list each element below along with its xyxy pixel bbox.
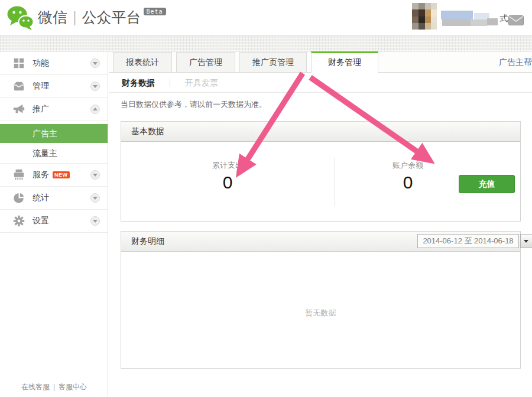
cumulative-spend-label: 累计支出 [121, 160, 334, 171]
subtab-divider [170, 78, 170, 87]
censored-avatar [412, 3, 437, 32]
sidebar-footer: 在线客服|客服中心 [0, 382, 108, 392]
sidebar-item-promotion[interactable]: 推广 [0, 98, 108, 121]
sidebar-item-management[interactable]: 管理 [0, 75, 108, 98]
basic-data-panel: 基本数据 累计支出 0 账户余额 0 充值 [121, 121, 521, 222]
chevron-up-icon[interactable] [90, 105, 100, 114]
finance-detail-panel: 财务明细 2014-06-12 至 2014-06-18 暂无数据 [121, 231, 521, 369]
tab-promo-page-management[interactable]: 推广页管理 [239, 52, 307, 72]
date-range-select[interactable]: 2014-06-12 至 2014-06-18 [417, 234, 519, 248]
basic-data-panel-title: 基本数据 [121, 122, 520, 142]
tab-ad-management[interactable]: 广告管理 [176, 52, 235, 72]
service-center-link[interactable]: 客服中心 [59, 383, 87, 391]
basic-data-stats: 累计支出 0 账户余额 0 充值 [121, 142, 520, 222]
sidebar-item-label: 推广 [33, 104, 49, 115]
brand-name: 微信 [38, 9, 67, 25]
wechat-logo-icon [7, 5, 34, 33]
finance-detail-panel-title: 财务明细 [131, 236, 164, 246]
sidebar-subitem-traffic-owner[interactable]: 流量主 [0, 144, 108, 162]
account-balance-stat: 账户余额 0 [345, 160, 471, 193]
brand-divider: | [73, 9, 77, 25]
new-badge: NEW [53, 171, 70, 178]
online-service-link[interactable]: 在线客服 [21, 383, 50, 391]
beta-badge: Beta [144, 8, 166, 15]
background-texture-band [0, 36, 532, 52]
printer-icon [12, 168, 25, 181]
account-balance-label: 账户余额 [345, 160, 471, 171]
chevron-down-icon[interactable] [90, 170, 100, 180]
stat-divider [335, 157, 335, 206]
sidebar-item-label: 设置 [33, 216, 49, 226]
finance-detail-panel-header: 财务明细 2014-06-12 至 2014-06-18 [121, 232, 520, 252]
censored-username [441, 7, 498, 28]
inbox-icon [12, 80, 25, 93]
data-notice-text: 当日数据仅供参考，请以前一天数据为准。 [121, 99, 267, 110]
chevron-down-icon[interactable] [90, 58, 100, 68]
sidebar-item-service[interactable]: 服务 NEW [0, 164, 108, 187]
chevron-down-icon[interactable] [90, 193, 100, 203]
date-range-control: 2014-06-12 至 2014-06-18 [417, 234, 532, 248]
sub-tab-bar: 财务数据 开具发票 [109, 73, 532, 93]
dropdown-arrow-button[interactable] [520, 234, 532, 248]
footer-divider: | [53, 383, 55, 391]
sidebar-item-label: 服务 [33, 170, 49, 180]
megaphone-icon [12, 103, 25, 116]
account-balance-value: 0 [345, 173, 471, 193]
sidebar-item-features[interactable]: 功能 [0, 52, 108, 75]
subtab-finance-data[interactable]: 财务数据 [122, 73, 155, 93]
sidebar-item-statistics[interactable]: 统计 [0, 187, 108, 210]
envelope-icon[interactable] [508, 15, 524, 28]
tab-report-statistics[interactable]: 报表统计 [113, 52, 172, 72]
sidebar-submenu: 广告主 流量主 [0, 121, 108, 164]
chevron-down-icon[interactable] [90, 216, 100, 226]
chevron-down-icon[interactable] [90, 82, 100, 91]
subtab-invoice[interactable]: 开具发票 [185, 73, 218, 93]
product-name: 公众平台 [82, 9, 141, 25]
tab-bar: 报表统计 广告管理 推广页管理 财务管理 广告主帮助 [109, 52, 532, 73]
gear-icon [12, 214, 25, 227]
header: 微信|公众平台Beta 式 [0, 0, 532, 36]
sidebar-item-label: 统计 [33, 193, 49, 203]
user-text: 式 [499, 14, 508, 24]
recharge-button[interactable]: 充值 [459, 175, 515, 193]
sidebar-item-label: 管理 [33, 81, 49, 92]
tab-finance-management[interactable]: 财务管理 [311, 51, 378, 73]
cumulative-spend-value: 0 [121, 173, 334, 193]
sidebar-item-settings[interactable]: 设置 [0, 210, 108, 233]
main-content: 报表统计 广告管理 推广页管理 财务管理 广告主帮助 财务数据 开具发票 当日数… [109, 52, 532, 397]
sidebar: 功能 管理 推广 广告主 流量主 [0, 52, 108, 397]
grid-icon [12, 57, 25, 70]
sidebar-subitem-advertiser[interactable]: 广告主 [0, 124, 108, 143]
pie-chart-icon [12, 191, 25, 204]
page-title: 微信|公众平台Beta [38, 8, 166, 27]
cumulative-spend-stat: 累计支出 0 [121, 160, 334, 193]
advertiser-help-link[interactable]: 广告主帮助 [499, 57, 532, 68]
sidebar-item-label: 功能 [33, 58, 49, 69]
empty-state-text: 暂无数据 [121, 252, 520, 318]
